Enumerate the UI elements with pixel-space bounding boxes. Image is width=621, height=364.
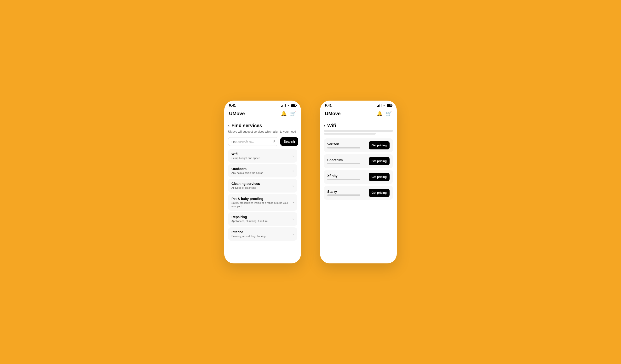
status-icons-1: ▲ (281, 104, 296, 107)
provider-item: Verizon Get pricing (324, 138, 393, 152)
service-item[interactable]: Repairing Appliances, plumbing, furnitur… (228, 212, 297, 226)
time-2: 9:41 (325, 103, 332, 107)
search-input[interactable] (231, 140, 271, 143)
header-icons-1: 🔔 🛒 (281, 111, 296, 116)
provider-info: Xfinity (327, 174, 369, 180)
phone-1: 9:41 ▲ UMove 🔔 🛒 ‹ Find services UMove w… (224, 100, 301, 264)
cart-icon-1[interactable]: 🛒 (290, 111, 296, 116)
service-item[interactable]: Pet & baby proofing Safety precautions i… (228, 194, 297, 211)
provider-info: Verizon (327, 142, 369, 149)
get-pricing-button[interactable]: Get pricing (369, 141, 390, 149)
service-text: Outdoors Any help outside the house (231, 167, 293, 175)
service-text: Wifi Setup budget and speed (231, 152, 293, 160)
chevron-icon: › (293, 154, 294, 158)
search-button[interactable]: Search (280, 137, 298, 146)
provider-detail-placeholder (327, 179, 360, 180)
get-pricing-button[interactable]: Get pricing (369, 189, 390, 197)
provider-name: Spectrum (327, 158, 369, 162)
service-desc: Any help outside the house (231, 171, 293, 175)
page-title-2: Wifi (327, 123, 336, 128)
service-name: Outdoors (231, 167, 293, 171)
service-name: Pet & baby proofing (231, 197, 293, 201)
provider-detail-placeholder (327, 147, 360, 149)
mic-icon[interactable]: 🎙 (272, 140, 276, 143)
provider-info: Starry (327, 190, 369, 196)
signal-bars-1 (281, 104, 286, 107)
bell-icon-2[interactable]: 🔔 (377, 111, 383, 116)
page-header-1: ‹ Find services (228, 123, 297, 128)
battery-icon-1 (291, 104, 296, 107)
find-services-content: ‹ Find services UMove will suggest servi… (224, 119, 301, 264)
bell-icon-1[interactable]: 🔔 (281, 111, 287, 116)
service-item[interactable]: Cleaning services All types of cleansing… (228, 179, 297, 192)
service-item[interactable]: Interior Painting, remodeling, flooring … (228, 227, 297, 241)
header-icons-2: 🔔 🛒 (377, 111, 392, 116)
wifi-description-placeholder (324, 130, 393, 134)
status-bar-2: 9:41 ▲ (320, 100, 397, 109)
get-pricing-button[interactable]: Get pricing (369, 173, 390, 181)
page-subtitle-1: UMove will suggest services which align … (228, 130, 297, 134)
service-desc: Painting, remodeling, flooring (231, 234, 293, 238)
status-bar-1: 9:41 ▲ (224, 100, 301, 109)
cart-icon-2[interactable]: 🛒 (386, 111, 392, 116)
battery-icon-2 (387, 104, 392, 107)
service-item[interactable]: Wifi Setup budget and speed › (228, 149, 297, 163)
service-list: Wifi Setup budget and speed › Outdoors A… (228, 149, 297, 241)
service-text: Pet & baby proofing Safety precautions i… (231, 197, 293, 208)
provider-name: Xfinity (327, 174, 369, 178)
service-desc: All types of cleansing (231, 186, 293, 189)
page-title-1: Find services (231, 123, 262, 128)
chevron-icon: › (293, 232, 294, 236)
service-name: Repairing (231, 215, 293, 219)
provider-item: Starry Get pricing (324, 186, 393, 200)
provider-detail-placeholder (327, 195, 360, 196)
provider-name: Verizon (327, 142, 369, 146)
wifi-status-icon-1: ▲ (287, 104, 290, 107)
app-header-1: UMove 🔔 🛒 (224, 109, 301, 119)
chevron-icon: › (293, 169, 294, 173)
time-1: 9:41 (229, 103, 236, 107)
back-button-1[interactable]: ‹ (228, 123, 229, 128)
provider-item: Spectrum Get pricing (324, 154, 393, 168)
chevron-icon: › (293, 184, 294, 188)
service-desc: Setup budget and speed (231, 156, 293, 160)
app-title-2: UMove (325, 111, 341, 116)
chevron-icon: › (293, 217, 294, 221)
wifi-content: ‹ Wifi Verizon Get pricing Spectrum Get … (320, 119, 397, 264)
service-name: Wifi (231, 152, 293, 156)
get-pricing-button[interactable]: Get pricing (369, 157, 390, 165)
provider-list: Verizon Get pricing Spectrum Get pricing… (324, 138, 393, 200)
page-header-2: ‹ Wifi (324, 123, 393, 128)
provider-detail-placeholder (327, 163, 360, 164)
service-text: Repairing Appliances, plumbing, furnitur… (231, 215, 293, 223)
back-button-2[interactable]: ‹ (324, 123, 325, 128)
search-input-wrap: 🎙 (228, 137, 278, 146)
provider-info: Spectrum (327, 158, 369, 164)
app-header-2: UMove 🔔 🛒 (320, 109, 397, 119)
wifi-status-icon-2: ▲ (383, 104, 385, 107)
chevron-icon: › (293, 200, 294, 204)
app-title-1: UMove (229, 111, 245, 116)
service-name: Interior (231, 230, 293, 234)
status-icons-2: ▲ (377, 104, 392, 107)
signal-bars-2 (377, 104, 381, 107)
service-desc: Appliances, plumbing, furniture (231, 219, 293, 223)
provider-name: Starry (327, 190, 369, 194)
service-text: Cleaning services All types of cleansing (231, 182, 293, 189)
service-desc: Safety precautions inside or a fence aro… (231, 201, 293, 208)
service-item[interactable]: Outdoors Any help outside the house › (228, 164, 297, 178)
service-text: Interior Painting, remodeling, flooring (231, 230, 293, 238)
phone-2: 9:41 ▲ UMove 🔔 🛒 ‹ Wifi (320, 100, 397, 264)
provider-item: Xfinity Get pricing (324, 170, 393, 184)
search-bar-1: 🎙 Search (228, 137, 297, 146)
service-name: Cleaning services (231, 182, 293, 186)
